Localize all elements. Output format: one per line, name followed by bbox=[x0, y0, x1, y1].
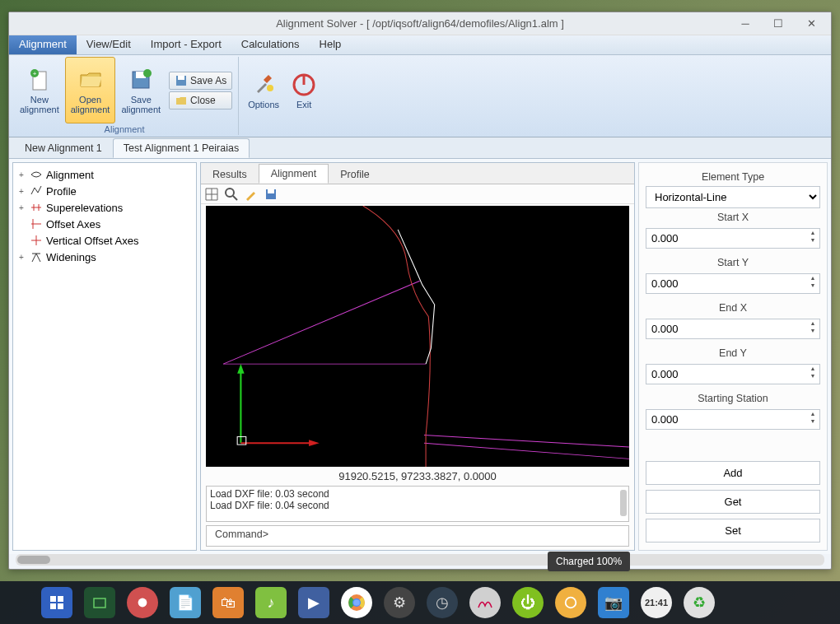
music-icon[interactable]: ♪ bbox=[255, 587, 287, 618]
browser-icon[interactable] bbox=[127, 587, 158, 618]
end-x-input[interactable] bbox=[646, 319, 820, 339]
expand-icon[interactable]: + bbox=[16, 170, 26, 179]
tree-label: Vertical Offset Axes bbox=[46, 235, 138, 247]
view-tab-results[interactable]: Results bbox=[201, 165, 259, 184]
tree-item-icon bbox=[30, 201, 43, 214]
app-icon-4[interactable] bbox=[555, 587, 586, 618]
element-type-label: Element Type bbox=[646, 168, 820, 186]
tree-item-icon bbox=[30, 234, 43, 247]
view-tab-profile[interactable]: Profile bbox=[329, 165, 380, 184]
spin-up-icon[interactable]: ▲ bbox=[807, 230, 819, 237]
spin-up-icon[interactable]: ▲ bbox=[807, 275, 819, 282]
trash-icon[interactable]: ♻ bbox=[684, 587, 715, 618]
camera-icon[interactable]: 📷 bbox=[598, 587, 629, 618]
start-x-input[interactable] bbox=[646, 228, 820, 249]
properties-panel: Element Type Horizontal-Line Start X▲▼St… bbox=[638, 162, 828, 551]
spin-up-icon[interactable]: ▲ bbox=[807, 366, 819, 373]
tree-item-icon bbox=[30, 168, 43, 181]
new-alignment-button[interactable]: + New alignment bbox=[14, 57, 65, 123]
spin-up-icon[interactable]: ▲ bbox=[807, 411, 819, 418]
close-file-button[interactable]: Close bbox=[169, 91, 232, 109]
alignment-viewport[interactable] bbox=[206, 206, 629, 467]
expand-icon[interactable]: + bbox=[16, 203, 26, 212]
command-input[interactable]: Command> bbox=[206, 525, 629, 547]
view-tab-alignment[interactable]: Alignment bbox=[259, 164, 329, 184]
menu-help[interactable]: Help bbox=[310, 35, 352, 54]
open-alignment-button[interactable]: Open alignment bbox=[65, 57, 116, 123]
svg-rect-34 bbox=[94, 598, 105, 608]
tree-node-alignment[interactable]: +Alignment bbox=[16, 166, 193, 183]
spin-up-icon[interactable]: ▲ bbox=[807, 320, 819, 328]
video-icon[interactable]: ▶ bbox=[298, 587, 329, 618]
tree-node-widenings[interactable]: +Widenings bbox=[16, 249, 193, 265]
add-button[interactable]: Add bbox=[646, 461, 820, 485]
settings-icon[interactable]: ⚙ bbox=[384, 587, 415, 618]
open-alignment-label: Open alignment bbox=[71, 95, 110, 114]
svg-rect-33 bbox=[58, 603, 63, 609]
svg-point-40 bbox=[353, 599, 360, 606]
menu-import-export[interactable]: Import - Export bbox=[141, 35, 231, 54]
document-tab[interactable]: New Alignment 1 bbox=[14, 138, 113, 158]
save-view-icon[interactable] bbox=[264, 187, 278, 202]
start-menu-icon[interactable] bbox=[41, 587, 72, 618]
app-icon-3[interactable] bbox=[469, 587, 501, 618]
svg-point-35 bbox=[138, 598, 147, 608]
options-button[interactable]: Options bbox=[242, 57, 285, 123]
tree-node-vertical-offset-axes[interactable]: Vertical Offset Axes bbox=[16, 232, 193, 249]
start-y-input[interactable] bbox=[646, 273, 820, 294]
get-button[interactable]: Get bbox=[646, 490, 820, 514]
tree-node-superelevations[interactable]: +Superelevations bbox=[16, 199, 193, 216]
coordinate-readout: 91920.5215, 97233.3827, 0.0000 bbox=[201, 468, 634, 484]
pencil-icon[interactable] bbox=[244, 187, 259, 202]
svg-rect-32 bbox=[50, 603, 56, 609]
app-icon-2[interactable]: ◷ bbox=[427, 587, 458, 618]
titlebar: Alignment Solver - [ /opt/iqsoft/align64… bbox=[9, 12, 831, 35]
svg-point-41 bbox=[566, 598, 576, 608]
starting-station-input[interactable] bbox=[646, 409, 820, 430]
files-icon[interactable] bbox=[84, 587, 115, 618]
exit-button[interactable]: Exit bbox=[285, 57, 323, 123]
chrome-icon[interactable] bbox=[341, 587, 372, 618]
app-window: Alignment Solver - [ /opt/iqsoft/align64… bbox=[8, 12, 832, 570]
menu-calculations[interactable]: Calculations bbox=[231, 35, 310, 54]
spin-down-icon[interactable]: ▼ bbox=[807, 328, 819, 335]
scrollbar[interactable] bbox=[620, 490, 627, 516]
document-tab[interactable]: Test Alignment 1 Peiraias bbox=[113, 138, 250, 158]
expand-icon[interactable]: + bbox=[16, 253, 26, 262]
close-folder-icon bbox=[175, 94, 188, 107]
store-icon[interactable]: 🛍 bbox=[212, 587, 244, 618]
tree-panel: +Alignment+Profile+Superelevations Offse… bbox=[12, 162, 197, 551]
menu-view-edit[interactable]: View/Edit bbox=[77, 35, 141, 54]
save-disk-icon bbox=[128, 67, 154, 93]
zoom-icon[interactable] bbox=[224, 187, 239, 202]
tree-node-offset-axes[interactable]: Offset Axes bbox=[16, 216, 193, 232]
new-alignment-label: New alignment bbox=[20, 95, 59, 114]
end-y-input[interactable] bbox=[646, 364, 820, 384]
app-icon-1[interactable]: 📄 bbox=[170, 587, 201, 618]
spin-down-icon[interactable]: ▼ bbox=[807, 237, 819, 244]
tree-item-icon bbox=[30, 184, 43, 198]
spin-down-icon[interactable]: ▼ bbox=[807, 373, 819, 380]
spin-down-icon[interactable]: ▼ bbox=[807, 282, 819, 290]
battery-tooltip: Charged 100% bbox=[548, 552, 630, 571]
tree-node-profile[interactable]: +Profile bbox=[16, 183, 193, 199]
element-type-select[interactable]: Horizontal-Line bbox=[646, 186, 820, 208]
close-window-button[interactable]: ✕ bbox=[795, 12, 828, 34]
field-label: End Y bbox=[646, 344, 820, 362]
set-button[interactable]: Set bbox=[646, 519, 820, 543]
ribbon-group-label: Alignment bbox=[104, 123, 146, 135]
grid-icon[interactable] bbox=[204, 187, 219, 202]
horizontal-scrollbar[interactable] bbox=[16, 554, 824, 566]
open-folder-icon bbox=[77, 67, 104, 93]
spin-down-icon[interactable]: ▼ bbox=[807, 418, 819, 426]
minimize-button[interactable]: ─ bbox=[729, 12, 762, 34]
power-taskbar-icon[interactable]: ⏻ bbox=[512, 587, 544, 618]
menu-alignment[interactable]: Alignment bbox=[9, 35, 77, 54]
maximize-button[interactable]: ☐ bbox=[762, 12, 795, 34]
expand-icon[interactable] bbox=[16, 236, 26, 245]
save-alignment-button[interactable]: Save alignment bbox=[115, 57, 166, 123]
expand-icon[interactable] bbox=[16, 220, 26, 229]
save-as-button[interactable]: Save As bbox=[169, 72, 232, 90]
clock-icon[interactable]: 21:41 bbox=[641, 587, 672, 618]
expand-icon[interactable]: + bbox=[16, 187, 26, 196]
